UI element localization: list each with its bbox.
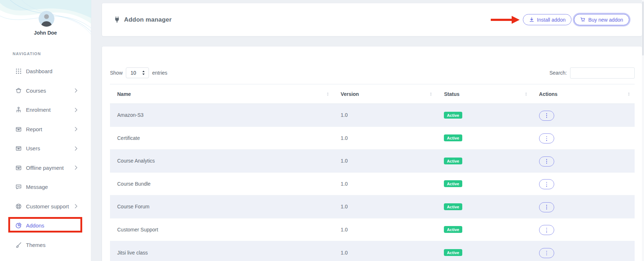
ellipsis-dot (546, 159, 547, 160)
addon-version: 1.0 (334, 172, 437, 195)
row-actions-button[interactable] (539, 133, 554, 143)
column-header-actions[interactable]: Actions (532, 84, 635, 104)
sidebar-item-label: Dashboard (26, 68, 52, 74)
sidebar-item-enrolment[interactable]: Enrolment (0, 100, 91, 120)
ellipsis-dot (546, 161, 547, 162)
addon-version: 1.0 (334, 104, 437, 127)
column-header-version[interactable]: Version (334, 84, 437, 104)
support-icon (15, 203, 22, 210)
buy-new-addon-button[interactable]: Buy new addon (574, 14, 629, 25)
addon-name: Amazon-S3 (110, 104, 334, 127)
addon-name: Certificate (110, 127, 334, 150)
sidebar-item-message[interactable]: Message (0, 177, 91, 197)
chevron-right-icon (75, 88, 78, 93)
ellipsis-dot (546, 207, 547, 208)
row-actions-button[interactable] (539, 156, 554, 167)
user-name: John Doe (0, 30, 91, 36)
addon-actions-cell (532, 127, 635, 150)
status-badge: Active (444, 180, 462, 187)
sidebar-section-label: NAVIGATION (13, 52, 41, 56)
install-addon-button[interactable]: Install addon (523, 14, 572, 25)
avatar[interactable] (39, 11, 54, 27)
ellipsis-dot (546, 228, 547, 229)
ellipsis-dot (546, 186, 547, 187)
sidebar-item-label: Enrolment (26, 107, 50, 113)
show-label: Show (110, 70, 123, 76)
scrollbar-thumb[interactable] (642, 1, 644, 56)
chevron-right-icon (75, 165, 78, 170)
ellipsis-dot (546, 140, 547, 141)
page-length-control: Show 10 entries (110, 67, 167, 78)
sidebar-item-users[interactable]: Users (0, 139, 91, 158)
status-badge: Active (444, 158, 462, 164)
addon-actions-cell (532, 172, 635, 195)
row-actions-button[interactable] (539, 202, 554, 212)
sidebar-item-label: Courses (26, 88, 46, 94)
archive-icon (15, 145, 22, 152)
sitemap-icon (15, 106, 22, 113)
row-actions-button[interactable] (539, 179, 554, 189)
buy-new-addon-label: Buy new addon (588, 17, 623, 23)
sidebar-item-label: Message (26, 184, 48, 190)
row-actions-button[interactable] (539, 111, 554, 121)
addon-version: 1.0 (334, 195, 437, 218)
addon-status-cell: Active (437, 150, 531, 173)
addon-name: Jitsi live class (110, 241, 334, 261)
sidebar: John Doe NAVIGATION DashboardCoursesEnro… (0, 0, 91, 261)
column-header-label: Status (444, 91, 459, 97)
sort-icon (627, 92, 630, 96)
addon-version: 1.0 (334, 150, 437, 173)
cart-icon (580, 17, 586, 22)
brush-icon (15, 242, 22, 248)
sidebar-item-customer-support[interactable]: Customer support (0, 197, 91, 216)
sidebar-item-label: Customer support (26, 203, 69, 209)
archive-icon (15, 164, 22, 171)
ellipsis-dot (546, 163, 547, 164)
ellipsis-dot (546, 208, 547, 209)
search-input[interactable] (570, 67, 635, 79)
header-actions: Install addon Buy new addon (491, 14, 629, 25)
page-scrollbar[interactable] (642, 0, 644, 261)
pie-icon (15, 222, 22, 229)
column-header-status[interactable]: Status (437, 84, 531, 104)
sidebar-item-themes[interactable]: Themes (0, 235, 91, 255)
addon-version: 1.0 (334, 218, 437, 241)
chat-icon (15, 183, 22, 190)
ellipsis-dot (546, 136, 547, 137)
column-header-label: Actions (539, 91, 557, 97)
search-label: Search: (550, 70, 567, 76)
sidebar-nav: DashboardCoursesEnrolmentReportUsersOffl… (0, 62, 91, 255)
addon-version: 1.0 (334, 127, 437, 150)
column-header-name[interactable]: Name (110, 84, 334, 104)
sidebar-item-courses[interactable]: Courses (0, 81, 91, 101)
annotation-arrow-icon (491, 16, 520, 24)
addon-status-cell: Active (437, 241, 531, 261)
chevron-right-icon (75, 146, 78, 151)
status-badge: Active (444, 226, 462, 233)
ellipsis-dot (546, 182, 547, 183)
sidebar-item-addons[interactable]: Addons (0, 216, 91, 235)
sidebar-item-report[interactable]: Report (0, 120, 91, 139)
ellipsis-dot (546, 184, 547, 185)
install-addon-label: Install addon (537, 17, 565, 23)
addon-version: 1.0 (334, 241, 437, 261)
sidebar-item-dashboard[interactable]: Dashboard (0, 62, 91, 81)
ellipsis-dot (546, 117, 547, 118)
sidebar-item-offline-payment[interactable]: Offline payment (0, 158, 91, 178)
table-row-amazon-s3: Amazon-S31.0Active (110, 104, 635, 127)
ellipsis-dot (546, 205, 547, 206)
chevron-right-icon (75, 127, 78, 131)
addon-actions-cell (532, 195, 635, 218)
table-row-course-bundle: Course Bundle1.0Active (110, 172, 635, 195)
table-header-row: NameVersionStatusActions (110, 84, 635, 104)
row-actions-button[interactable] (539, 225, 554, 235)
table-row-customer-support: Customer Support1.0Active (110, 218, 635, 241)
table-search: Search: (550, 67, 635, 79)
page-size-select[interactable]: 10 (126, 67, 149, 78)
addon-actions-cell (532, 104, 635, 127)
addon-actions-cell (532, 218, 635, 241)
archive-icon (15, 126, 22, 133)
addons-table: NameVersionStatusActions Amazon-S31.0Act… (110, 84, 635, 261)
basket-icon (15, 87, 22, 94)
row-actions-button[interactable] (539, 248, 554, 258)
